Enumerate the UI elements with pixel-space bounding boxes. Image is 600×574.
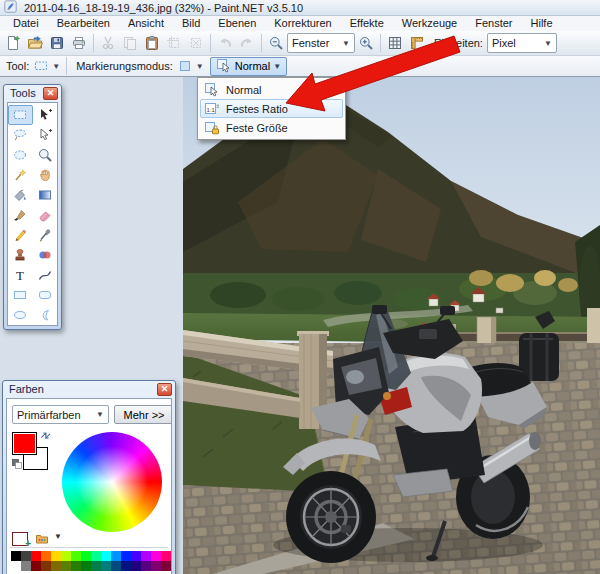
cut-button[interactable] (97, 32, 119, 54)
redo-button[interactable] (236, 32, 258, 54)
photo-canvas[interactable] (183, 77, 600, 574)
tool-ellipse[interactable] (8, 305, 33, 325)
palette-swatch[interactable] (91, 561, 101, 571)
menu-bearbeiten[interactable]: Bearbeiten (48, 16, 119, 31)
tool-gradient[interactable] (33, 185, 58, 205)
more-button[interactable]: Mehr >> (114, 405, 172, 424)
palette-swatch[interactable] (61, 551, 71, 561)
palette-swatch[interactable] (51, 551, 61, 561)
palette-type-select[interactable]: Primärfarben ▼ (12, 405, 109, 424)
palette-swatch[interactable] (11, 551, 21, 561)
palette-swatch[interactable] (81, 551, 91, 561)
save-button[interactable] (46, 32, 68, 54)
menu-ansicht[interactable]: Ansicht (119, 16, 173, 31)
menu-werkzeuge[interactable]: Werkzeuge (393, 16, 466, 31)
tool-clone-stamp[interactable] (8, 245, 33, 265)
palette-swatch[interactable] (91, 551, 101, 561)
zoom-out-button[interactable] (265, 32, 287, 54)
palette-swatch[interactable] (161, 551, 171, 561)
menu-item-festes-ratio[interactable]: 1:1Festes Ratio (200, 99, 343, 118)
reset-colors-icon[interactable] (11, 456, 23, 468)
menu-bild[interactable]: Bild (173, 16, 209, 31)
palette-swatch[interactable] (131, 561, 141, 571)
tool-line-curve[interactable] (33, 265, 58, 285)
menu-hilfe[interactable]: Hilfe (522, 16, 562, 31)
palette-swatch[interactable] (111, 561, 121, 571)
palette-swatch[interactable] (101, 561, 111, 571)
tool-color-picker[interactable] (33, 225, 58, 245)
close-icon[interactable]: ✕ (157, 383, 172, 396)
palette-menu-icon[interactable] (34, 530, 50, 546)
tool-paintbrush[interactable] (8, 205, 33, 225)
menu-effekte[interactable]: Effekte (341, 16, 393, 31)
palette-swatch[interactable] (81, 561, 91, 571)
palette-swatch[interactable] (151, 561, 161, 571)
primary-color-swatch[interactable] (12, 432, 37, 455)
palette-swatch[interactable] (61, 561, 71, 571)
palette-swatch[interactable] (31, 561, 41, 571)
tools-palette-titlebar[interactable]: Tools ✕ (4, 85, 61, 101)
tool-recolor[interactable] (33, 245, 58, 265)
tool-move-pixels[interactable] (33, 105, 58, 125)
tool-pencil[interactable] (8, 225, 33, 245)
new-file-button[interactable] (2, 32, 24, 54)
palette-swatch[interactable] (141, 561, 151, 571)
color-wheel[interactable] (62, 432, 162, 532)
palette-swatch[interactable] (111, 551, 121, 561)
palette-swatch[interactable] (31, 551, 41, 561)
swap-colors-icon[interactable] (35, 425, 55, 445)
palette-swatch[interactable] (121, 551, 131, 561)
tool-pan[interactable] (33, 165, 58, 185)
menu-item-normal[interactable]: Normal (200, 80, 343, 99)
zoom-in-button[interactable] (355, 32, 377, 54)
palette-swatch[interactable] (11, 561, 21, 571)
palette-swatch[interactable] (131, 551, 141, 561)
menu-item-feste-gr-e[interactable]: Feste Größe (200, 118, 343, 137)
palette-swatch[interactable] (41, 561, 51, 571)
tool-ellipse-select[interactable] (8, 145, 33, 165)
paste-button[interactable] (141, 32, 163, 54)
menu-datei[interactable]: Datei (4, 16, 48, 31)
palette-swatch[interactable] (101, 551, 111, 561)
tool-freeform-shape[interactable] (33, 305, 58, 325)
grid-toggle-button[interactable] (384, 32, 406, 54)
open-button[interactable] (24, 32, 46, 54)
undo-button[interactable] (214, 32, 236, 54)
palette-swatch[interactable] (51, 561, 61, 571)
palette-swatch[interactable] (151, 551, 161, 561)
tool-text[interactable]: T (8, 265, 33, 285)
tool-paint-bucket[interactable] (8, 185, 33, 205)
palette-swatch[interactable] (71, 561, 81, 571)
palette-swatch[interactable] (21, 551, 31, 561)
palette-swatch[interactable] (161, 561, 171, 571)
tool-rectangle-select[interactable] (8, 105, 33, 125)
units-select[interactable]: Pixel ▼ (487, 33, 557, 53)
palette-swatch[interactable] (71, 551, 81, 561)
tool-lasso-select[interactable] (8, 125, 33, 145)
tool-magic-wand[interactable] (8, 165, 33, 185)
tool-rectangle[interactable] (8, 285, 33, 305)
selection-mode-dropdown-arrow[interactable]: ▼ (193, 62, 207, 71)
print-button[interactable] (68, 32, 90, 54)
menu-ebenen[interactable]: Ebenen (209, 16, 265, 31)
tool-eraser[interactable] (33, 205, 58, 225)
flood-mode-button[interactable]: Normal ▼ (210, 57, 287, 76)
ruler-toggle-button[interactable] (406, 32, 428, 54)
chevron-down-icon[interactable]: ▼ (54, 532, 62, 541)
copy-button[interactable] (119, 32, 141, 54)
tool-dropdown-arrow[interactable]: ▼ (49, 62, 63, 71)
crop-to-selection-button[interactable] (163, 32, 185, 54)
palette-swatch[interactable] (21, 561, 31, 571)
palette-swatch[interactable] (41, 551, 51, 561)
tool-zoom[interactable] (33, 145, 58, 165)
menu-fenster[interactable]: Fenster (466, 16, 521, 31)
deselect-button[interactable] (185, 32, 207, 54)
tool-rounded-rectangle[interactable] (33, 285, 58, 305)
tool-move-selection[interactable] (33, 125, 58, 145)
add-color-swatch[interactable]: + (12, 532, 28, 546)
close-icon[interactable]: ✕ (43, 87, 58, 100)
colors-palette-titlebar[interactable]: Farben ✕ (3, 381, 175, 397)
palette-swatch[interactable] (141, 551, 151, 561)
palette-swatch[interactable] (121, 561, 131, 571)
zoom-mode-select[interactable]: Fenster ▼ (287, 33, 355, 53)
